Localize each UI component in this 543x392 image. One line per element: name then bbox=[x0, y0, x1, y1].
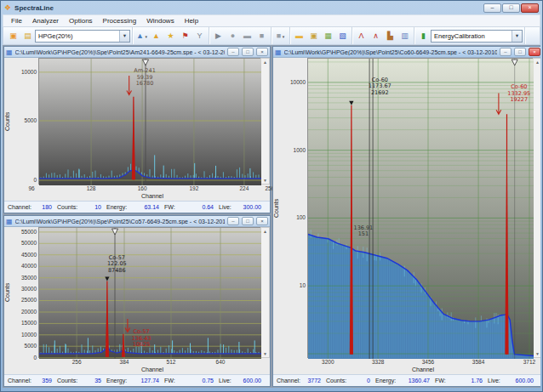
scroll-up-icon[interactable]: ▲ bbox=[263, 229, 267, 234]
background-subtract-icon[interactable]: ▙ bbox=[383, 29, 397, 43]
peak-star-icon[interactable]: ★ bbox=[163, 29, 178, 43]
calibration-apply-icon[interactable]: ▮ bbox=[416, 29, 431, 43]
calibration-y-icon[interactable]: Y bbox=[192, 29, 207, 43]
window-maximize-button[interactable]: □ bbox=[242, 48, 254, 56]
spectrum-chart[interactable]: Am-24159.3916780 bbox=[38, 58, 260, 185]
vertical-scrollbar[interactable]: ▲▼ bbox=[260, 227, 270, 358]
plot-row: Counts10000100010010Co-601173.6721692Co-… bbox=[273, 58, 540, 358]
y-axis-title: Counts bbox=[273, 58, 279, 358]
status-label: Energy: bbox=[375, 378, 396, 383]
window-title: C:\Lumi\Work\GP\HPGe(20%)\Spe\Point25\Co… bbox=[284, 49, 497, 55]
vertical-scrollbar[interactable]: ▲▼ bbox=[533, 58, 540, 358]
acquire-start-icon[interactable]: ▶ bbox=[211, 29, 226, 43]
x-axis-ticks: 32003328345635843712 bbox=[273, 358, 540, 366]
scroll-down-icon[interactable]: ▼ bbox=[263, 351, 267, 356]
window-title: C:\Lumi\Work\GP\HPGe(20%)\Spe\Point25\Am… bbox=[15, 49, 225, 55]
menu-options[interactable]: Options bbox=[64, 16, 98, 26]
spectrum-chart[interactable]: Co-601173.6721692Co-601332.9519227136.91… bbox=[307, 58, 533, 358]
y-tick-label: 100 bbox=[296, 214, 306, 220]
status-value: 0 bbox=[367, 378, 370, 383]
y-tick-label: 50000 bbox=[21, 240, 37, 246]
window-close-button[interactable]: × bbox=[256, 48, 268, 56]
x-axis-title: Channel bbox=[4, 193, 270, 201]
app-minimize-button[interactable]: – bbox=[483, 3, 501, 13]
multi-peak-fit-icon[interactable]: ∧ bbox=[369, 29, 383, 43]
chevron-down-icon[interactable]: ▼ bbox=[119, 31, 129, 42]
status-field-counts: Counts:10 bbox=[57, 204, 106, 210]
status-label: Counts: bbox=[326, 378, 346, 383]
calibration-combo[interactable]: EnergyCalibration▼ bbox=[431, 30, 523, 43]
status-value: 359 bbox=[42, 378, 52, 383]
menu-help[interactable]: Help bbox=[180, 16, 203, 26]
acquire-pause-icon[interactable]: ▬ bbox=[240, 29, 254, 43]
spectra-list-icon[interactable]: ▤ bbox=[20, 29, 35, 43]
status-label: Counts: bbox=[57, 378, 77, 383]
status-field-channel: Channel:359 bbox=[8, 378, 57, 383]
window-status-bar: Channel:359Counts:35Energy:127.74FW:0.75… bbox=[4, 374, 270, 386]
chevron-down-icon[interactable]: ▼ bbox=[512, 31, 522, 42]
y-tick-label: 10 bbox=[300, 282, 306, 288]
status-label: Live: bbox=[219, 378, 231, 383]
acquire-stop-icon[interactable]: ■ bbox=[254, 29, 269, 43]
y-tick-label: 10000 bbox=[21, 69, 37, 75]
y-axis: Counts10000100010010 bbox=[273, 58, 307, 358]
mca-state-icon[interactable]: ■ ▾ bbox=[273, 29, 288, 43]
status-field-channel: Channel:3772 bbox=[277, 378, 326, 383]
scroll-down-icon[interactable]: ▼ bbox=[535, 351, 540, 356]
window-titlebar[interactable]: ▦C:\Lumi\Work\GP\HPGe(20%)\Spe\Point25\C… bbox=[4, 216, 270, 227]
acquire-record-icon[interactable]: ● bbox=[226, 29, 240, 43]
window-titlebar[interactable]: ▦C:\Lumi\Work\GP\HPGe(20%)\Spe\Point25\A… bbox=[4, 47, 270, 58]
peak-fit-icon[interactable]: Λ bbox=[354, 29, 369, 43]
status-field-live: Live:600.00 bbox=[488, 378, 539, 383]
status-field-live: Live:300.00 bbox=[219, 204, 266, 210]
app-maximize-button[interactable]: □ bbox=[502, 3, 520, 13]
window-close-button[interactable]: × bbox=[529, 48, 540, 56]
report-icon[interactable]: ▥ bbox=[397, 29, 412, 43]
x-tick-label: 640 bbox=[216, 359, 226, 365]
peak-flag-icon[interactable]: ⚑ bbox=[178, 29, 192, 43]
copy-spectrum-icon[interactable]: ▧ bbox=[335, 29, 350, 43]
calibration-combo-value: EnergyCalibration bbox=[434, 32, 485, 40]
export-image-icon[interactable]: ▦ bbox=[321, 29, 335, 43]
menu-bar: File Analyzer Options Processing Windows… bbox=[3, 14, 540, 27]
menu-analyzer[interactable]: Analyzer bbox=[27, 16, 64, 26]
x-axis-ticks: 256384512640 bbox=[4, 358, 270, 366]
status-value: 180 bbox=[42, 204, 52, 210]
menu-file[interactable]: File bbox=[6, 16, 27, 26]
detector-combo[interactable]: HPGe(20%)▼ bbox=[35, 30, 130, 43]
peak-search-icon[interactable]: ▲ ▾ bbox=[134, 29, 149, 43]
peak-mark-icon[interactable]: ▲ bbox=[149, 29, 163, 43]
y-tick-label: 10000 bbox=[290, 79, 306, 85]
status-value: 600.00 bbox=[516, 378, 534, 383]
window-maximize-button[interactable]: □ bbox=[514, 48, 526, 56]
window-minimize-button[interactable]: – bbox=[500, 48, 512, 56]
scroll-up-icon[interactable]: ▲ bbox=[535, 60, 540, 65]
menu-windows[interactable]: Windows bbox=[141, 16, 179, 26]
status-value: 0.64 bbox=[202, 204, 214, 210]
window-minimize-button[interactable]: – bbox=[227, 217, 239, 225]
window-close-button[interactable]: × bbox=[256, 217, 268, 225]
window-titlebar[interactable]: ▦C:\Lumi\Work\GP\HPGe(20%)\Spe\Point25\C… bbox=[273, 47, 540, 58]
mdi-area: ▦C:\Lumi\Work\GP\HPGe(20%)\Spe\Point25\A… bbox=[3, 45, 540, 388]
peak-annotation: 10625 bbox=[133, 341, 151, 348]
save-spectrum-icon[interactable]: ▣ bbox=[306, 29, 321, 43]
y-tick-label: 25000 bbox=[21, 297, 37, 303]
spectrum-chart[interactable]: Co-57122.0587486Co-57136.4310625 bbox=[38, 227, 260, 358]
y-tick-label: 45000 bbox=[21, 252, 37, 258]
menu-processing[interactable]: Processing bbox=[98, 16, 142, 26]
vertical-scrollbar[interactable]: ▲▼ bbox=[260, 58, 270, 185]
status-field-energy: Energy:1360.47 bbox=[375, 378, 435, 383]
open-spectrum-icon[interactable]: ▬ bbox=[292, 29, 306, 43]
toolbar-group-3: ■ ▾ bbox=[272, 27, 290, 44]
peak-annotation: 87486 bbox=[108, 267, 126, 274]
spectrum-window-co57: ▦C:\Lumi\Work\GP\HPGe(20%)\Spe\Point25\C… bbox=[3, 215, 271, 387]
scroll-down-icon[interactable]: ▼ bbox=[263, 178, 267, 183]
window-minimize-button[interactable]: – bbox=[227, 48, 239, 56]
window-maximize-button[interactable]: □ bbox=[242, 217, 254, 225]
status-value: 35 bbox=[94, 378, 101, 383]
spectrum-file-icon: ▦ bbox=[6, 48, 13, 56]
toolbar: ▣▤HPGe(20%)▼▲ ▾▲★⚑Y▶●▬■■ ▾▬▣▦▧Λ∧▙▥▮Energ… bbox=[3, 27, 540, 45]
scroll-up-icon[interactable]: ▲ bbox=[263, 60, 267, 65]
app-close-button[interactable]: × bbox=[521, 3, 539, 13]
cascade-windows-icon[interactable]: ▣ bbox=[6, 29, 20, 43]
